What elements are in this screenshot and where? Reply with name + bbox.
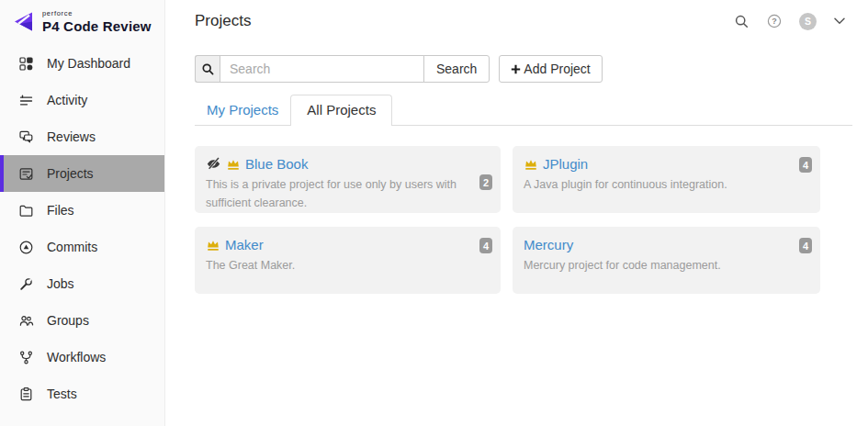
- tests-icon: [18, 387, 34, 402]
- project-card-jplugin: JPlugin 4 A Java plugin for continuous i…: [513, 146, 820, 213]
- sidebar-item-tests[interactable]: Tests: [0, 376, 164, 412]
- owner-crown-icon: [524, 157, 538, 171]
- commits-icon: [18, 240, 34, 255]
- sidebar-item-label: Reviews: [47, 129, 96, 144]
- sidebar-item-my-dashboard[interactable]: My Dashboard: [0, 45, 164, 82]
- dashboard-icon: [18, 56, 34, 72]
- add-project-label: Add Project: [524, 62, 590, 76]
- files-icon: [18, 203, 34, 219]
- open-reviews-badge: 4: [479, 238, 492, 253]
- card-title-row: Mercury: [524, 235, 809, 253]
- project-card-maker: Maker 4 The Great Maker.: [195, 227, 501, 294]
- project-link[interactable]: Mercury: [524, 237, 573, 252]
- search-button[interactable]: Search: [423, 55, 490, 83]
- owner-crown-icon: [226, 157, 241, 171]
- activity-icon: [18, 93, 34, 108]
- sidebar-item-groups[interactable]: Groups: [0, 302, 164, 339]
- toolbar: Search Add Project: [195, 55, 852, 83]
- sidebar-nav: My Dashboard Activity: [0, 45, 164, 412]
- reviews-icon: [18, 129, 34, 145]
- sidebar-item-activity[interactable]: Activity: [0, 82, 164, 118]
- search-addon-icon: [195, 55, 220, 83]
- sidebar-item-commits[interactable]: Commits: [0, 229, 164, 265]
- project-description: The Great Maker.: [206, 256, 490, 275]
- search-input[interactable]: [220, 55, 424, 83]
- avatar[interactable]: S: [799, 13, 817, 30]
- product-name: P4 Code Review: [42, 18, 152, 34]
- project-description: This is a private project for use only b…: [206, 175, 490, 212]
- brand-name: perforce: [42, 9, 152, 17]
- tabs: My Projects All Projects: [195, 95, 852, 126]
- main-area: Projects ? S: [165, 0, 868, 294]
- project-link[interactable]: JPlugin: [543, 156, 588, 172]
- private-project-eye-slash-icon: [206, 157, 221, 171]
- sidebar-item-label: Jobs: [47, 276, 74, 291]
- content: Search Add Project My Projects All Proje…: [195, 55, 852, 294]
- card-title-row: Blue Book: [206, 154, 490, 173]
- project-card-blue-book: Blue Book 2 This is a private project fo…: [195, 146, 501, 213]
- logo-text: perforce P4 Code Review: [42, 9, 152, 34]
- search-group: Search: [195, 55, 490, 83]
- app-logo[interactable]: perforce P4 Code Review: [0, 0, 164, 41]
- search-icon[interactable]: [734, 14, 750, 29]
- plus-icon: [511, 64, 521, 74]
- project-link[interactable]: Maker: [225, 237, 264, 252]
- sidebar-item-label: Groups: [47, 313, 89, 328]
- sidebar-item-label: Projects: [47, 166, 94, 181]
- sidebar-item-label: My Dashboard: [47, 56, 130, 71]
- svg-text:?: ?: [772, 17, 777, 26]
- chevron-down-icon[interactable]: [834, 17, 845, 25]
- projects-grid: Blue Book 2 This is a private project fo…: [195, 146, 852, 294]
- project-link[interactable]: Blue Book: [245, 156, 308, 172]
- project-card-mercury: Mercury 4 Mercury project for code manag…: [513, 227, 820, 294]
- sidebar-item-projects[interactable]: Projects: [0, 155, 164, 192]
- card-title-row: Maker: [206, 235, 490, 253]
- tab-my-projects[interactable]: My Projects: [195, 95, 290, 126]
- sidebar: perforce P4 Code Review My Dashboard: [0, 0, 165, 426]
- projects-icon: [18, 166, 34, 182]
- help-icon[interactable]: ?: [767, 14, 782, 28]
- workflows-icon: [18, 350, 34, 365]
- tab-all-projects[interactable]: All Projects: [290, 95, 392, 126]
- sidebar-item-jobs[interactable]: Jobs: [0, 265, 164, 302]
- sidebar-item-label: Workflows: [47, 350, 106, 364]
- sidebar-item-workflows[interactable]: Workflows: [0, 339, 164, 376]
- sidebar-item-label: Commits: [47, 240, 97, 254]
- perforce-logo-icon: [11, 9, 36, 34]
- sidebar-item-files[interactable]: Files: [0, 192, 164, 229]
- project-description: A Java plugin for continuous integration…: [524, 175, 809, 194]
- topbar: Projects ? S: [165, 0, 868, 42]
- groups-icon: [18, 313, 34, 329]
- add-project-button[interactable]: Add Project: [499, 55, 602, 83]
- card-title-row: JPlugin: [524, 154, 809, 173]
- sidebar-item-label: Files: [47, 203, 74, 218]
- jobs-icon: [18, 276, 34, 292]
- sidebar-item-label: Tests: [47, 387, 77, 401]
- sidebar-item-reviews[interactable]: Reviews: [0, 118, 164, 155]
- project-description: Mercury project for code management.: [524, 256, 809, 275]
- topbar-actions: ? S: [734, 13, 845, 30]
- owner-crown-icon: [206, 238, 220, 252]
- open-reviews-badge: 4: [799, 238, 812, 253]
- sidebar-item-label: Activity: [47, 93, 87, 107]
- open-reviews-badge: 4: [799, 157, 812, 173]
- open-reviews-badge: 2: [479, 174, 492, 190]
- page-title: Projects: [195, 12, 251, 30]
